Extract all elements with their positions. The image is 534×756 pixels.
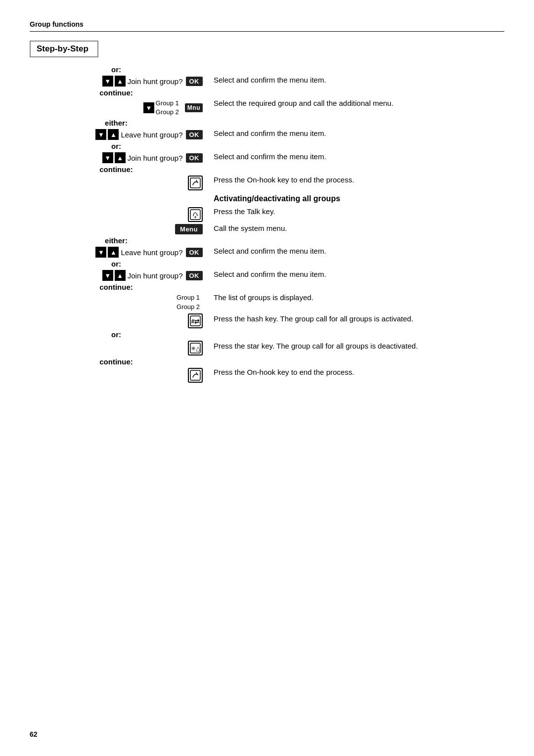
desc-talk: Press the Talk key. — [208, 207, 504, 216]
desc-star: Press the star key. The group call for a… — [208, 341, 504, 351]
desc-leave-1: Select and confirm the menu item. — [208, 129, 504, 137]
label-star: ✳△ — [30, 341, 208, 356]
row-continue-3: continue: — [30, 283, 504, 291]
row-continue-4: continue: — [30, 357, 504, 366]
keyword-either-2: either: — [30, 236, 208, 245]
group-list-2: Group 1 Group 2 — [177, 293, 200, 311]
row-leave-2: ▼ ▲ Leave hunt group? OK Select and conf… — [30, 247, 504, 258]
svg-point-3 — [195, 217, 196, 218]
mnu-btn-1[interactable]: Mnu — [185, 103, 203, 112]
svg-rect-2 — [190, 210, 200, 220]
svg-rect-0 — [190, 178, 200, 188]
label-menu: Menu — [30, 224, 208, 234]
onhook-icon-1 — [188, 176, 203, 190]
row-either-1: either: — [30, 119, 504, 127]
talk-icon — [188, 207, 203, 222]
keyword-or-3: or: — [30, 260, 208, 268]
keyword-or-1: or: — [30, 65, 208, 74]
label-group-mnu: ▼ Group 1 Group 2 Mnu — [30, 99, 208, 117]
label-leave-2: ▼ ▲ Leave hunt group? OK — [30, 247, 208, 258]
nav-down-leave-1: ▼ — [95, 129, 106, 140]
desc-join-3: Select and confirm the menu item. — [208, 270, 504, 278]
keyword-continue-3: continue: — [30, 283, 208, 291]
group-list-2-group1: Group 1 — [177, 293, 200, 302]
row-or-4: or: — [30, 330, 504, 339]
svg-text:✳△: ✳△ — [191, 345, 201, 352]
svg-rect-8 — [190, 370, 200, 380]
nav-icons-leave-2: ▼ ▲ — [95, 247, 119, 258]
row-talk: Press the Talk key. — [30, 207, 504, 222]
label-hash: #⇄ — [30, 313, 208, 328]
keyword-or-2-text: or: — [111, 142, 121, 150]
keyword-or-2: or: — [30, 142, 208, 150]
desc-onhook-2: Press the On-hook key to end the process… — [208, 368, 504, 376]
leave-hunt-label-2: Leave hunt group? — [121, 248, 182, 257]
desc-group-mnu: Select the required group and call the a… — [208, 99, 504, 107]
row-group-mnu: ▼ Group 1 Group 2 Mnu Select the require… — [30, 99, 504, 117]
nav-up-join-2: ▲ — [115, 152, 126, 163]
menu-btn[interactable]: Menu — [175, 224, 203, 234]
page-number: 62 — [30, 730, 38, 738]
keyword-continue-4-text: continue: — [99, 357, 133, 366]
row-leave-1: ▼ ▲ Leave hunt group? OK Select and conf… — [30, 129, 504, 140]
main-section: or: ▼ ▲ Join hunt group? OK Select and c… — [30, 65, 504, 383]
row-join-2: ▼ ▲ Join hunt group? OK Select and confi… — [30, 152, 504, 163]
keyword-continue-2-text: continue: — [99, 165, 133, 174]
nav-icons-join-2: ▼ ▲ — [102, 152, 126, 163]
label-talk — [30, 207, 208, 222]
row-star: ✳△ Press the star key. The group call fo… — [30, 341, 504, 356]
ok-btn-join-3[interactable]: OK — [186, 271, 203, 280]
step-by-step-box: Step-by-Step — [30, 41, 98, 57]
desc-group-list: The list of groups is displayed. — [208, 293, 504, 302]
label-join-3: ▼ ▲ Join hunt group? OK — [30, 270, 208, 281]
join-hunt-label-3: Join hunt group? — [128, 271, 183, 280]
label-onhook-1 — [30, 176, 208, 190]
keyword-continue-3-text: continue: — [99, 283, 133, 291]
nav-up-1: ▲ — [115, 76, 126, 87]
keyword-or-4: or: — [30, 330, 208, 339]
join-hunt-label-1: Join hunt group? — [128, 77, 183, 86]
nav-up-leave-1: ▲ — [108, 129, 119, 140]
keyword-continue-4: continue: — [30, 357, 208, 366]
onhook-icon-2 — [188, 368, 203, 383]
desc-join-2: Select and confirm the menu item. — [208, 152, 504, 161]
page-header-title: Group functions — [30, 20, 84, 28]
row-menu: Menu Call the system menu. — [30, 224, 504, 234]
keyword-either-2-text: either: — [105, 236, 128, 245]
group-2-label: Group 2 — [156, 108, 179, 117]
ok-btn-leave-1[interactable]: OK — [186, 130, 203, 139]
row-join-1: ▼ ▲ Join hunt group? OK Select and confi… — [30, 76, 504, 87]
group-1-label: Group 1 — [156, 99, 179, 108]
leave-hunt-label-1: Leave hunt group? — [121, 131, 182, 139]
row-join-3: ▼ ▲ Join hunt group? OK Select and confi… — [30, 270, 504, 281]
row-either-2: either: — [30, 236, 504, 245]
desc-leave-2: Select and confirm the menu item. — [208, 247, 504, 255]
group-list-2-group2: Group 2 — [177, 303, 200, 311]
nav-up-join-3: ▲ — [115, 270, 126, 281]
nav-down-join-2: ▼ — [102, 152, 113, 163]
ok-btn-join-1[interactable]: OK — [186, 77, 203, 86]
nav-icons-join-3: ▼ ▲ — [102, 270, 126, 281]
keyword-continue-1-text: continue: — [99, 89, 133, 97]
desc-menu: Call the system menu. — [208, 224, 504, 232]
row-continue-1: continue: — [30, 89, 504, 97]
page-header: Group functions — [30, 20, 504, 32]
nav-icons-leave-1: ▼ ▲ — [95, 129, 119, 140]
hash-icon: #⇄ — [188, 313, 203, 328]
desc-hash: Press the hash key. The group call for a… — [208, 313, 504, 324]
nav-down-join-3: ▼ — [102, 270, 113, 281]
nav-down-leave-2: ▼ — [95, 247, 106, 258]
keyword-continue-1: continue: — [30, 89, 208, 97]
desc-join-1: Select and confirm the menu item. — [208, 76, 504, 84]
label-join-1: ▼ ▲ Join hunt group? OK — [30, 76, 208, 87]
svg-text:#⇄: #⇄ — [191, 318, 200, 325]
ok-btn-join-2[interactable]: OK — [186, 153, 203, 163]
nav-up-leave-2: ▲ — [108, 247, 119, 258]
label-group-list: Group 1 Group 2 — [30, 293, 208, 311]
label-join-2: ▼ ▲ Join hunt group? OK — [30, 152, 208, 163]
keyword-or-3-text: or: — [111, 260, 121, 268]
nav-icons-join-1: ▼ ▲ — [102, 76, 126, 87]
row-hash: #⇄ Press the hash key. The group call fo… — [30, 313, 504, 328]
ok-btn-leave-2[interactable]: OK — [186, 248, 203, 257]
group-list-1: Group 1 Group 2 — [156, 99, 179, 117]
